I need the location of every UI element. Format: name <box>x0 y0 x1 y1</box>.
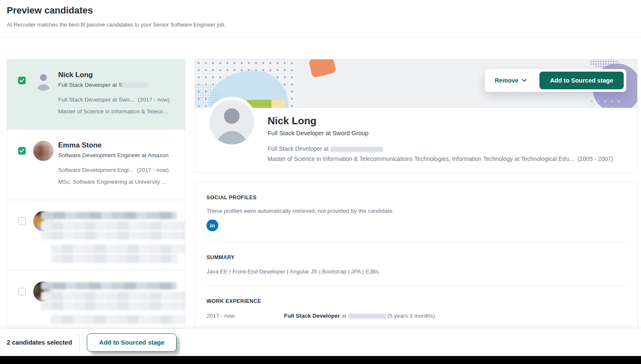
experience-text: Software Development Engi... <box>58 167 134 173</box>
education-text: Master of Science in Information & Telec… <box>268 155 574 162</box>
candidate-card-redacted-1[interactable] <box>7 200 185 270</box>
profile-avatar <box>207 97 257 147</box>
work-experience-section: WORK EXPERIENCE 2017 - now Full Stack De… <box>207 286 626 319</box>
experience-dates: (2017 - now) <box>138 96 170 103</box>
profile-details-card: SOCIAL PROFILES These profiles were auto… <box>195 181 638 329</box>
candidate-experience: Software Development Engi...(2017 - now) <box>58 166 178 174</box>
summary-title: SUMMARY <box>207 254 626 260</box>
social-profiles-title: SOCIAL PROFILES <box>207 195 626 201</box>
candidate-summary: Nick Long Full Stack Developer at S Full… <box>58 70 178 115</box>
candidate-card-emma-stone[interactable]: Emma Stone Software Development Engineer… <box>7 130 185 200</box>
redacted-candidate-text <box>41 282 185 325</box>
page-header: Preview candidates AI Recruiter matches … <box>0 0 641 37</box>
candidate-summary: Emma Stone Software Development Engineer… <box>58 141 178 186</box>
profile-headline: Full Stack Developer at Sword Group <box>268 130 626 136</box>
work-dates: 2017 - now <box>207 313 284 319</box>
check-icon <box>19 149 24 153</box>
check-icon <box>19 78 24 83</box>
chevron-down-icon <box>522 79 527 82</box>
candidate-headline: Software Development Engineer at Amazon <box>58 152 178 159</box>
experience-text: Full Stack Developer at <box>268 145 329 152</box>
preview-candidates-page: Preview candidates AI Recruiter matches … <box>0 0 641 364</box>
profile-experience: Full Stack Developer at <box>268 145 626 152</box>
page-title: Preview candidates <box>7 5 93 16</box>
experience-text: Full Stack Developer at Swo... <box>58 96 134 103</box>
remove-label: Remove <box>495 77 518 84</box>
work-experience-title: WORK EXPERIENCE <box>207 298 626 304</box>
candidate-education: Master of Science in Information & Telec… <box>58 108 178 115</box>
candidate-experience: Full Stack Developer at Swo...(2017 - no… <box>58 96 178 104</box>
candidate-checkbox[interactable] <box>18 288 26 295</box>
work-experience-row: 2017 - now Full Stack Developer at (5 ye… <box>207 313 626 319</box>
decor-orange-shape <box>308 59 337 78</box>
work-role: Full Stack Developer at (5 years 3 month… <box>284 313 435 319</box>
redacted-company-text <box>330 147 383 152</box>
profile-action-bar: Remove Add to Sourced stage <box>485 69 626 92</box>
candidate-headline: Full Stack Developer at S <box>58 81 178 89</box>
candidate-list: Nick Long Full Stack Developer at S Full… <box>7 59 185 329</box>
selected-count: 2 candidates selected <box>7 339 72 346</box>
connector-text: at <box>340 313 348 319</box>
profile-card: Remove Add to Sourced stage Nick Long Fu… <box>195 59 638 173</box>
education-dates: (2005 - 2007) <box>578 155 613 162</box>
bottom-black-strip <box>0 356 641 364</box>
work-duration: (5 years 3 months) <box>387 313 435 319</box>
person-avatar-icon <box>33 70 54 91</box>
redacted-company-text <box>122 83 148 88</box>
page-subtitle: AI Recruiter matches the best-fit passiv… <box>7 21 226 28</box>
profile-info: Nick Long Full Stack Developer at Sword … <box>268 115 626 162</box>
footer-divider <box>79 334 80 351</box>
candidate-card-redacted-2[interactable] <box>7 270 185 329</box>
profile-name: Nick Long <box>268 115 626 127</box>
linkedin-icon[interactable]: in <box>207 219 218 231</box>
role-text: Full Stack Developer <box>284 313 340 319</box>
summary-text: Java EE / Front-End Developer | Angular … <box>207 268 626 275</box>
remove-button[interactable]: Remove <box>488 73 534 88</box>
add-to-sourced-stage-footer-button[interactable]: Add to Sourced stage <box>87 333 177 352</box>
redacted-company-text <box>348 313 386 319</box>
social-profiles-section: SOCIAL PROFILES These profiles were auto… <box>207 182 626 231</box>
profile-education: Master of Science in Information & Telec… <box>268 155 626 162</box>
candidate-name: Emma Stone <box>58 141 178 150</box>
redacted-candidate-text <box>41 212 185 263</box>
summary-section: SUMMARY Java EE / Front-End Developer | … <box>207 242 626 275</box>
candidate-photo-blurred <box>33 141 54 161</box>
candidate-card-nick-long[interactable]: Nick Long Full Stack Developer at S Full… <box>7 59 185 130</box>
social-profiles-note: These profiles were automatically retrie… <box>207 208 626 214</box>
candidate-checkbox[interactable] <box>18 147 26 155</box>
decor-blue-dot-grid <box>588 98 622 108</box>
candidate-checkbox[interactable] <box>18 77 26 84</box>
add-to-sourced-stage-button[interactable]: Add to Sourced stage <box>539 72 624 89</box>
selection-footer-bar: 2 candidates selected Add to Sourced sta… <box>0 329 641 356</box>
headline-text: Full Stack Developer at S <box>58 82 122 88</box>
candidate-education: MSc, Software Engineering at University … <box>58 178 178 186</box>
experience-dates: (2017 - now) <box>137 167 169 173</box>
candidate-checkbox[interactable] <box>18 217 26 225</box>
candidate-name: Nick Long <box>58 70 178 80</box>
action-divider <box>534 74 534 87</box>
